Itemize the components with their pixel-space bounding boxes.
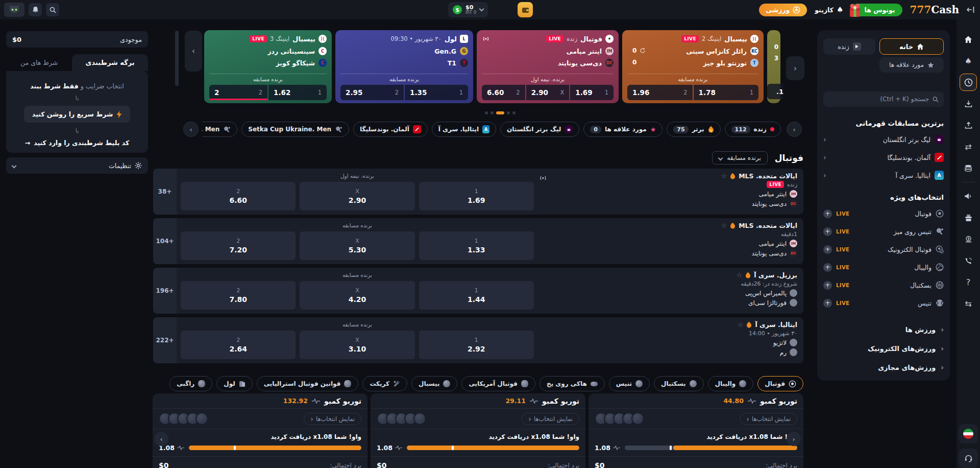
quick-bet-button[interactable]: شرط سریع را روشن کنید	[24, 106, 130, 123]
mirror-icon[interactable]: ⇆	[960, 295, 977, 312]
odd-cell[interactable]: 1.691	[570, 85, 614, 100]
coins-icon[interactable]	[960, 159, 977, 177]
support-button[interactable]	[959, 449, 978, 468]
odd-cell[interactable]: X4.20	[300, 281, 414, 310]
cashback-icon[interactable]: $	[960, 230, 977, 248]
odd-cell[interactable]: X2.90	[300, 182, 414, 210]
notifications-button[interactable]	[29, 3, 42, 16]
help-icon[interactable]: ?	[960, 273, 977, 291]
odd-cell[interactable]: 2.90X	[526, 85, 570, 100]
market-dropdown[interactable]: برنده مسابقه	[712, 151, 767, 165]
turbo-combo-card[interactable]: توربو کمبو 44.80 نمایش انتخاب‌ها‹ واو! ش…	[589, 393, 803, 468]
sidebar-item-bundesliga[interactable]: آلمان. بوندسلیگا ‹	[823, 152, 944, 163]
chip-bundesliga[interactable]: آلمان. بوندسلیگا	[353, 122, 428, 137]
odd-cell[interactable]: 11.44	[419, 281, 534, 310]
plus-icon[interactable]: +	[823, 227, 832, 236]
odd-cell[interactable]: 1.962	[627, 85, 693, 100]
chips-prev-button[interactable]: ‹	[183, 122, 199, 137]
callback-icon[interactable]	[960, 252, 977, 269]
sidebar-item-tennis[interactable]: تنیس LIVE +	[823, 297, 944, 309]
search-box[interactable]	[823, 91, 944, 107]
favorite-star-icon[interactable]: ☆	[721, 172, 727, 180]
chip-setka-ukraine[interactable]: Setka Cup Ukraine. Men	[241, 122, 349, 137]
tab-tennis[interactable]: تنیس	[609, 376, 650, 391]
home-icon[interactable]	[960, 31, 977, 48]
chip-top[interactable]: برتر75	[667, 122, 720, 137]
withdraw-icon[interactable]	[960, 116, 977, 134]
tab-my-bets[interactable]: شرط های من	[6, 54, 72, 71]
turbo-combo-card[interactable]: توربو کمبو 132.92 نمایش انتخاب‌ها‹ واو! …	[153, 393, 368, 468]
odd-cell[interactable]: 6.602	[482, 85, 525, 100]
match-row-brazil[interactable]: 196+ برنده مسابقه 27.80 X4.20 11.44 برزی…	[153, 268, 803, 314]
tab-cricket[interactable]: کریکت	[362, 376, 407, 391]
favorite-star-icon[interactable]: ☆	[738, 321, 744, 329]
tab-ice-hockey[interactable]: هاکی روی یخ	[540, 376, 605, 391]
featured-card-lol[interactable]: L لول ۳۰ شهریور • 09:30 GGen.G TT1 برنده…	[335, 30, 473, 103]
wallet-button[interactable]	[518, 2, 533, 17]
carousel-next-button[interactable]: ›	[786, 56, 804, 80]
chip-setka-moldova[interactable]: Setka Cup. Moldova. Men	[202, 122, 237, 137]
tab-betslip[interactable]: برگه شرطبندی	[72, 54, 148, 71]
show-selections-button[interactable]: نمایش انتخاب‌ها‹	[740, 413, 797, 425]
match-row-seriea[interactable]: 222+ برنده مسابقه 22.64 X3.10 12.92 ایتا…	[153, 317, 803, 363]
favorites-button[interactable]: مورد علاقه ها	[879, 57, 944, 73]
odd-cell[interactable]: 27.20	[181, 231, 296, 260]
chip-epl[interactable]: لیگ برتر انگلستان	[500, 122, 579, 137]
plus-icon[interactable]: +	[823, 281, 832, 290]
favorite-star-icon[interactable]: ☆	[721, 222, 727, 229]
sidebar-item-basketball[interactable]: بسکتبال LIVE +	[823, 279, 944, 291]
plus-icon[interactable]: +	[823, 299, 832, 308]
show-selections-button[interactable]: نمایش انتخاب‌ها‹	[304, 413, 361, 425]
language-flag-button[interactable]	[959, 424, 978, 443]
odd-cell[interactable]: 27.80	[181, 281, 296, 310]
brand-logo[interactable]: 777Cash	[910, 4, 959, 16]
casino-nav-button[interactable]: ♠ کازینو	[815, 5, 843, 14]
carousel-prev-button[interactable]: ‹	[185, 31, 202, 72]
odd-cell[interactable]: 1.621	[268, 85, 327, 100]
dot-active[interactable]	[496, 111, 504, 114]
chip-live[interactable]: زنده112	[725, 122, 781, 137]
group-esports[interactable]: ‹ورزش‌های الکترونیک	[823, 342, 944, 355]
deposit-icon[interactable]	[960, 95, 977, 112]
bonuses-gift-icon[interactable]	[960, 209, 977, 226]
sidebar-item-football[interactable]: فوتبال LIVE +	[823, 208, 944, 219]
dot[interactable]	[491, 111, 494, 114]
more-markets-button[interactable]: 38+	[153, 169, 177, 215]
collapse-sidebar-icon[interactable]	[967, 6, 975, 13]
turbo-prev-button[interactable]: ‹	[154, 432, 168, 446]
tab-football[interactable]: فوتبال	[757, 376, 803, 391]
odd-cell[interactable]: 11.69	[419, 182, 534, 210]
show-selections-button[interactable]: نمایش انتخاب‌ها‹	[522, 413, 579, 425]
group-sports[interactable]: ‹ورزش ها	[823, 323, 944, 336]
promotions-icon[interactable]	[960, 188, 977, 205]
more-markets-button[interactable]: 196+	[153, 268, 177, 314]
dot[interactable]	[512, 111, 516, 114]
odd-cell[interactable]: 1.781	[694, 85, 759, 100]
match-row-mls-live[interactable]: 38+ برنده. نیمه اول 26.60 X2.90 11.69 ای…	[153, 169, 803, 215]
match-row-mls-2[interactable]: 104+ برنده مسابقه 27.20 X5.30 11.33 ایال…	[153, 218, 803, 264]
cat-logo[interactable]	[4, 3, 24, 17]
odd-cell[interactable]: 12.92	[419, 331, 534, 359]
dot[interactable]	[507, 111, 510, 114]
featured-card-partial[interactable]: 0 3 1.	[767, 30, 780, 103]
featured-card-football-live[interactable]: فوتبال زنده LIVE IMاینتر میامی DCدی‌سی ی…	[477, 30, 619, 103]
group-virtual-sports[interactable]: ‹ورزش‌های مجازی	[823, 361, 944, 373]
odd-cell[interactable]: 11.33	[419, 231, 534, 260]
plus-icon[interactable]: +	[823, 245, 832, 254]
tab-baseball[interactable]: بیسبال	[411, 376, 457, 391]
dot[interactable]	[485, 111, 488, 114]
settings-row[interactable]: تنظیمات	[6, 157, 148, 174]
tab-lol[interactable]: لول	[216, 376, 252, 391]
featured-card-baseball[interactable]: بیسبال اینینگ 3 LIVE Cسینسیناتی ردز Cشیک…	[204, 30, 332, 103]
sidebar-item-table-tennis[interactable]: تنیس روی میز LIVE +	[823, 226, 944, 237]
bonus-button[interactable]: بونوس ها	[851, 4, 902, 16]
carousel-scrollbar[interactable]	[175, 31, 179, 86]
turbo-combo-card[interactable]: توربو کمبو 29.11 نمایش انتخاب‌ها‹ واو! ش…	[371, 393, 585, 468]
odd-cell[interactable]: X3.10	[300, 331, 414, 359]
tab-volleyball[interactable]: والیبال	[708, 376, 754, 391]
turbo-next-button[interactable]: ›	[787, 432, 801, 446]
sidebar-item-epl[interactable]: لیگ برتر انگلستان ‹	[823, 134, 944, 145]
currency-selector[interactable]: $ $0 IRT 0	[448, 2, 488, 17]
sports-nav-button[interactable]: ورزشی	[759, 4, 807, 16]
transactions-icon[interactable]: ⇄	[960, 138, 977, 155]
